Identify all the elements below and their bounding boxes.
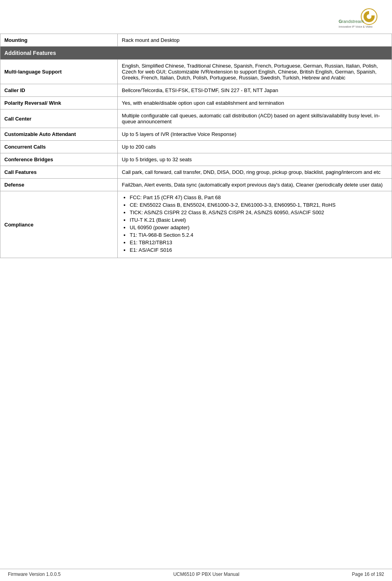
compliance-label: Compliance	[0, 191, 118, 258]
callfeatures-value: Call park, call forward, call transfer, …	[118, 166, 392, 179]
list-item: FCC: Part 15 (CFR 47) Class B, Part 68	[130, 194, 388, 200]
autoattendant-row: Customizable Auto Attendant Up to 5 laye…	[0, 128, 392, 141]
footer-manual: UCM6510 IP PBX User Manual	[173, 572, 239, 577]
mounting-row: Mounting Rack mount and Desktop	[0, 34, 392, 47]
callcenter-value: Multiple configurable call queues, autom…	[118, 109, 392, 128]
conferencebridges-value: Up to 5 bridges, up to 32 seats	[118, 153, 392, 166]
grandstream-logo: G randstream Innovative IP Voice & Video	[337, 8, 384, 30]
page-container: G randstream Innovative IP Voice & Video…	[0, 0, 392, 581]
logo-area: G randstream Innovative IP Voice & Video	[0, 4, 392, 34]
autoattendant-label: Customizable Auto Attendant	[0, 128, 118, 141]
polarity-value: Yes, with enable/disable option upon cal…	[118, 97, 392, 109]
list-item: E1: TBR12/TBR13	[130, 240, 388, 245]
callerid-row: Caller ID Bellcore/Telcordia, ETSI-FSK, …	[0, 84, 392, 97]
compliance-row: Compliance FCC: Part 15 (CFR 47) Class B…	[0, 191, 392, 258]
concurrentcalls-label: Concurrent Calls	[0, 141, 118, 153]
polarity-row: Polarity Reversal/ Wink Yes, with enable…	[0, 97, 392, 109]
callfeatures-label: Call Features	[0, 166, 118, 179]
polarity-label: Polarity Reversal/ Wink	[0, 97, 118, 109]
additional-features-header: Additional Features	[0, 47, 392, 60]
list-item: UL 60950 (power adapter)	[130, 224, 388, 230]
defense-value: Fail2ban, Alert events, Data sync (autom…	[118, 179, 392, 191]
callcenter-label: Call Center	[0, 109, 118, 128]
concurrentcalls-row: Concurrent Calls Up to 200 calls	[0, 141, 392, 153]
svg-rect-1	[371, 15, 375, 18]
additional-features-title: Additional Features	[0, 47, 392, 60]
callerid-label: Caller ID	[0, 84, 118, 97]
multilanguage-label: Multi-language Support	[0, 60, 118, 84]
conferencebridges-label: Conference Bridges	[0, 153, 118, 166]
list-item: TICK: AS/NZS CISPR 22 Class B, AS/NZS CI…	[130, 209, 388, 215]
page-footer: Firmware Version 1.0.0.5 UCM6510 IP PBX …	[0, 569, 392, 577]
concurrentcalls-value: Up to 200 calls	[118, 141, 392, 153]
main-table: Mounting Rack mount and Desktop Addition…	[0, 34, 392, 258]
callcenter-row: Call Center Multiple configurable call q…	[0, 109, 392, 128]
mounting-value: Rack mount and Desktop	[118, 34, 392, 47]
list-item: CE: EN55022 Class B, EN55024, EN61000-3-…	[130, 202, 388, 208]
svg-text:randstream: randstream	[342, 19, 364, 24]
list-item: E1: AS/ACIF S016	[130, 247, 388, 253]
callfeatures-row: Call Features Call park, call forward, c…	[0, 166, 392, 179]
conferencebridges-row: Conference Bridges Up to 5 bridges, up t…	[0, 153, 392, 166]
autoattendant-value: Up to 5 layers of IVR (Interactive Voice…	[118, 128, 392, 141]
list-item: ITU-T K.21 (Basic Level)	[130, 217, 388, 223]
callerid-value: Bellcore/Telcordia, ETSI-FSK, ETSI-DTMF,…	[118, 84, 392, 97]
multilanguage-value: English, Simplified Chinese, Traditional…	[118, 60, 392, 84]
compliance-list: FCC: Part 15 (CFR 47) Class B, Part 68CE…	[122, 194, 388, 253]
multilanguage-row: Multi-language Support English, Simplifi…	[0, 60, 392, 84]
mounting-label: Mounting	[0, 34, 118, 47]
list-item: T1: TIA-968-B Section 5.2.4	[130, 232, 388, 238]
defense-label: Defense	[0, 179, 118, 191]
defense-row: Defense Fail2ban, Alert events, Data syn…	[0, 179, 392, 191]
svg-text:Innovative IP Voice & Video: Innovative IP Voice & Video	[339, 25, 373, 28]
compliance-value: FCC: Part 15 (CFR 47) Class B, Part 68CE…	[118, 191, 392, 258]
footer-page: Page 16 of 192	[352, 572, 384, 577]
footer-firmware: Firmware Version 1.0.0.5	[8, 572, 60, 577]
